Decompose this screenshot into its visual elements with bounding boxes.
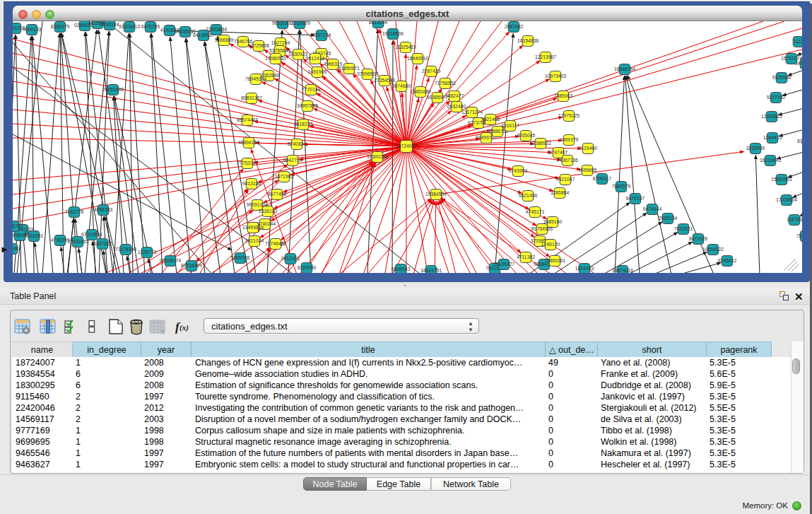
svg-text:2328120: 2328120 <box>259 209 278 214</box>
svg-text:9245612: 9245612 <box>718 258 737 263</box>
svg-text:16033809: 16033809 <box>289 21 310 25</box>
svg-text:8677496: 8677496 <box>268 192 287 197</box>
svg-text:12975125: 12975125 <box>558 113 579 118</box>
svg-text:(x): (x) <box>180 323 189 332</box>
svg-text:9912419: 9912419 <box>306 56 325 61</box>
svg-text:3387262: 3387262 <box>93 241 112 246</box>
svg-text:51850671: 51850671 <box>339 66 360 71</box>
svg-text:1326773: 1326773 <box>138 250 157 255</box>
svg-text:3285884: 3285884 <box>551 190 570 195</box>
svg-text:15751074: 15751074 <box>781 56 802 61</box>
svg-text:1627204: 1627204 <box>271 40 290 45</box>
svg-text:7182278: 7182278 <box>65 209 84 214</box>
svg-text:7632621: 7632621 <box>674 226 693 231</box>
svg-text:75869261: 75869261 <box>544 258 565 263</box>
svg-text:19218506: 19218506 <box>382 31 404 36</box>
svg-text:16210643: 16210643 <box>760 158 781 163</box>
svg-text:5466889: 5466889 <box>215 37 234 42</box>
svg-text:87234309: 87234309 <box>181 263 202 268</box>
svg-text:62386922: 62386922 <box>530 141 551 146</box>
svg-text:27354549: 27354549 <box>374 78 395 83</box>
svg-text:93103413: 93103413 <box>119 24 140 29</box>
svg-text:17080531: 17080531 <box>265 56 286 61</box>
svg-text:34714345: 34714345 <box>795 61 802 66</box>
svg-text:5009788: 5009788 <box>231 255 250 260</box>
svg-text:6475255: 6475255 <box>141 24 160 29</box>
svg-text:16640910: 16640910 <box>407 56 428 61</box>
svg-text:3215955: 3215955 <box>746 146 765 151</box>
svg-text:02606474: 02606474 <box>160 258 181 263</box>
svg-text:6998543: 6998543 <box>392 267 411 271</box>
svg-text:1031051: 1031051 <box>25 233 44 238</box>
svg-text:19384554: 19384554 <box>425 192 447 197</box>
svg-text:6193990: 6193990 <box>298 265 317 270</box>
svg-text:17016504: 17016504 <box>776 197 797 202</box>
svg-text:0842710: 0842710 <box>283 158 302 163</box>
svg-text:34874016: 34874016 <box>612 268 633 273</box>
svg-text:8708317: 8708317 <box>593 176 612 181</box>
svg-text:9699695: 9699695 <box>578 168 597 173</box>
svg-text:34624751: 34624751 <box>420 268 442 273</box>
svg-text:4896383: 4896383 <box>94 207 113 212</box>
svg-text:1969379: 1969379 <box>560 137 579 142</box>
svg-text:53755646: 53755646 <box>269 48 290 53</box>
svg-text:16154838: 16154838 <box>517 38 539 43</box>
svg-text:71746488: 71746488 <box>265 241 286 246</box>
svg-text:9115460: 9115460 <box>579 146 597 151</box>
svg-text:5674680: 5674680 <box>392 83 411 88</box>
svg-text:81754965: 81754965 <box>531 226 553 231</box>
svg-text:2787429: 2787429 <box>422 69 441 74</box>
svg-text:80831367: 80831367 <box>241 95 262 100</box>
svg-text:18724007: 18724007 <box>396 144 417 148</box>
svg-text:8813054: 8813054 <box>369 21 388 25</box>
svg-text:3518233: 3518233 <box>294 122 313 127</box>
svg-text:37631165: 37631165 <box>67 239 88 244</box>
svg-text:4005045: 4005045 <box>517 133 536 138</box>
svg-text:0812191: 0812191 <box>281 256 300 261</box>
svg-text:12213967: 12213967 <box>535 54 556 59</box>
svg-text:7917693: 7917693 <box>796 233 802 238</box>
svg-text:77752047: 77752047 <box>237 160 258 165</box>
svg-text:2935134: 2935134 <box>659 216 678 221</box>
svg-text:15692901: 15692901 <box>771 177 792 182</box>
svg-text:12093822: 12093822 <box>761 114 782 119</box>
svg-text:1746120: 1746120 <box>541 242 560 247</box>
svg-text:9329966: 9329966 <box>772 75 792 80</box>
svg-text:3747407: 3747407 <box>549 150 568 155</box>
svg-text:4316117: 4316117 <box>501 123 519 128</box>
svg-text:6479197: 6479197 <box>626 196 645 201</box>
svg-text:9227342: 9227342 <box>767 95 786 100</box>
svg-text:6690967: 6690967 <box>13 246 21 251</box>
svg-text:13171274: 13171274 <box>461 110 483 115</box>
svg-text:73178108: 73178108 <box>115 247 136 252</box>
svg-text:9421047: 9421047 <box>556 177 575 182</box>
svg-text:5240824: 5240824 <box>288 141 307 146</box>
svg-text:1244415: 1244415 <box>763 135 782 140</box>
svg-text:11325419: 11325419 <box>395 45 416 49</box>
svg-text:6658760: 6658760 <box>13 223 23 228</box>
svg-text:49894134: 49894134 <box>238 140 259 145</box>
svg-text:13493618: 13493618 <box>242 225 264 230</box>
svg-text:3685160: 3685160 <box>543 219 563 224</box>
svg-text:18300295: 18300295 <box>367 154 388 159</box>
svg-text:8471626: 8471626 <box>689 236 708 241</box>
svg-text:9474444: 9474444 <box>643 206 662 211</box>
svg-text:20053346: 20053346 <box>102 87 124 92</box>
svg-text:9413186: 9413186 <box>242 181 261 186</box>
svg-text:1671902: 1671902 <box>275 174 294 179</box>
svg-text:4745171: 4745171 <box>526 209 545 214</box>
svg-text:4711382: 4711382 <box>517 255 535 259</box>
svg-text:7485063: 7485063 <box>554 93 573 98</box>
svg-text:62729806: 62729806 <box>248 43 269 48</box>
svg-text:15451680: 15451680 <box>410 89 431 94</box>
svg-text:9743953: 9743953 <box>509 168 528 173</box>
svg-text:1491905: 1491905 <box>308 69 327 74</box>
svg-text:72423884: 72423884 <box>206 27 227 32</box>
svg-text:7889579: 7889579 <box>612 184 631 189</box>
svg-text:71756551: 71756551 <box>435 81 456 86</box>
svg-text:3482477: 3482477 <box>445 93 464 98</box>
svg-text:1824493: 1824493 <box>575 266 594 271</box>
svg-text:8386379: 8386379 <box>51 24 70 29</box>
svg-text:81223623: 81223623 <box>797 139 802 144</box>
svg-text:2421024: 2421024 <box>245 238 264 243</box>
